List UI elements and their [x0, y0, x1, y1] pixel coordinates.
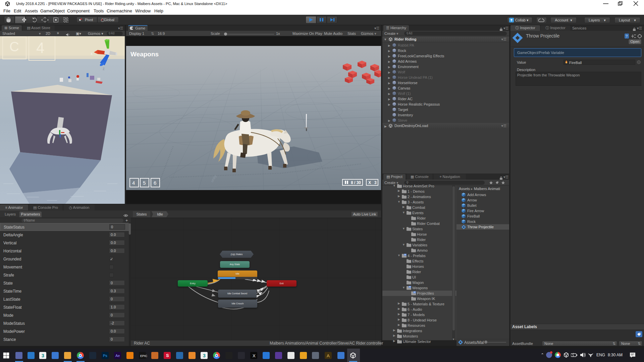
- svg-text:z: z: [103, 66, 105, 71]
- svg-text:5: 5: [143, 180, 146, 186]
- svg-text:?: ?: [626, 34, 628, 38]
- svg-text:x: x: [91, 51, 93, 56]
- svg-text:X: X: [368, 180, 371, 185]
- svg-text:3: 3: [374, 180, 377, 185]
- svg-text:4: 4: [132, 180, 135, 186]
- svg-text:8 / 30: 8 / 30: [351, 180, 361, 185]
- svg-text:C: C: [9, 39, 19, 54]
- svg-text:y: y: [107, 36, 109, 40]
- svg-text:6: 6: [154, 180, 156, 186]
- svg-text:Weapons: Weapons: [130, 51, 159, 58]
- svg-text:4: 4: [36, 40, 44, 56]
